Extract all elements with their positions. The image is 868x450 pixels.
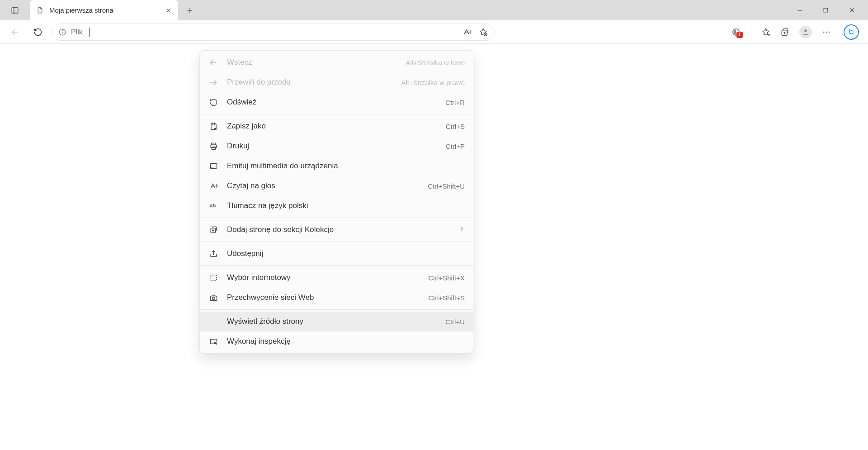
print-icon bbox=[208, 142, 219, 151]
read-aloud-icon bbox=[208, 182, 219, 190]
svg-point-13 bbox=[62, 30, 63, 31]
ctx-translate[interactable]: aあ Tłumacz na język polski bbox=[200, 196, 473, 216]
svg-rect-30 bbox=[212, 123, 215, 125]
text-cursor bbox=[89, 28, 90, 37]
tab-actions-button[interactable] bbox=[0, 0, 30, 20]
arrow-left-icon bbox=[208, 58, 219, 67]
extension-button[interactable]: 1 bbox=[731, 27, 741, 37]
page-icon bbox=[36, 6, 44, 14]
ctx-label: Odśwież bbox=[227, 98, 437, 107]
favorites-list-icon[interactable] bbox=[761, 28, 770, 37]
collections-icon bbox=[208, 226, 219, 234]
active-tab[interactable]: Moja pierwsza strona bbox=[30, 0, 178, 20]
ctx-label: Wykonaj inspekcję bbox=[227, 337, 465, 346]
svg-point-25 bbox=[823, 31, 825, 33]
ctx-accel: Ctrl+Shift+X bbox=[428, 274, 465, 282]
ctx-accel: Ctrl+S bbox=[446, 123, 465, 130]
more-icon[interactable] bbox=[822, 28, 831, 37]
ctx-collections[interactable]: Dodaj stronę do sekcji Kolekcje bbox=[200, 220, 473, 240]
ctx-accel: Ctrl+U bbox=[445, 318, 465, 326]
tabs-panel-icon bbox=[11, 6, 19, 14]
inspect-icon bbox=[208, 337, 219, 346]
separator bbox=[200, 309, 473, 310]
separator bbox=[200, 265, 473, 266]
ctx-label: Wybór internetowy bbox=[227, 273, 420, 282]
ctx-label: Dodaj stronę do sekcji Kolekcje bbox=[227, 225, 450, 234]
maximize-icon[interactable] bbox=[823, 7, 829, 13]
window-controls bbox=[784, 0, 868, 20]
ctx-inspect[interactable]: Wykonaj inspekcję bbox=[200, 332, 473, 351]
minimize-icon[interactable] bbox=[797, 7, 803, 14]
svg-rect-0 bbox=[12, 8, 18, 13]
toolbar-right: 1 bbox=[731, 24, 862, 40]
svg-point-42 bbox=[212, 297, 215, 299]
separator bbox=[200, 114, 473, 114]
ctx-label: Tłumacz na język polski bbox=[227, 201, 465, 210]
ctx-label: Zapisz jako bbox=[227, 122, 438, 131]
ctx-label: Wyświetl źródło strony bbox=[227, 317, 437, 326]
ctx-print[interactable]: Drukuj Ctrl+P bbox=[200, 136, 473, 156]
chevron-right-icon bbox=[458, 225, 465, 234]
ctx-accel: Ctrl+Shift+S bbox=[428, 294, 465, 302]
svg-text:aあ: aあ bbox=[210, 203, 216, 208]
collections-icon[interactable] bbox=[780, 28, 789, 37]
refresh-button[interactable] bbox=[29, 23, 47, 41]
separator bbox=[200, 218, 473, 218]
translate-icon: aあ bbox=[208, 202, 219, 210]
refresh-icon bbox=[208, 98, 219, 107]
svg-rect-40 bbox=[211, 275, 217, 281]
address-bar[interactable]: Plik bbox=[52, 24, 495, 41]
svg-rect-7 bbox=[824, 8, 828, 12]
favorite-icon[interactable] bbox=[479, 28, 488, 37]
ctx-label: Emituj multimedia do urządzenia bbox=[227, 161, 465, 171]
titlebar: Moja pierwsza strona bbox=[0, 0, 868, 20]
ctx-label: Wstecz bbox=[227, 58, 398, 67]
ctx-accel: Alt+Strzałka w lewo bbox=[406, 59, 465, 66]
back-button[interactable] bbox=[6, 23, 24, 41]
context-menu: Wstecz Alt+Strzałka w lewo Przewiń do pr… bbox=[199, 50, 473, 354]
ctx-refresh[interactable]: Odśwież Ctrl+R bbox=[200, 92, 473, 112]
ctx-label: Drukuj bbox=[227, 142, 438, 151]
url-text: Plik bbox=[71, 28, 83, 36]
separator bbox=[751, 27, 751, 38]
svg-rect-34 bbox=[210, 163, 217, 168]
bing-chat-icon[interactable] bbox=[844, 24, 859, 40]
ctx-label: Czytaj na głos bbox=[227, 181, 420, 190]
ctx-web-select[interactable]: Wybór internetowy Ctrl+Shift+X bbox=[200, 268, 473, 288]
ctx-view-source[interactable]: Wyświetl źródło strony Ctrl+U bbox=[200, 312, 473, 332]
toolbar: Plik 1 bbox=[0, 20, 868, 44]
web-capture-icon bbox=[208, 294, 219, 302]
ctx-label: Przechwycenie sieci Web bbox=[227, 293, 420, 302]
separator bbox=[200, 242, 473, 242]
ctx-accel: Ctrl+Shift+U bbox=[428, 182, 465, 190]
new-tab-button[interactable] bbox=[178, 0, 202, 20]
svg-point-27 bbox=[829, 31, 830, 33]
ctx-share[interactable]: Udostępnij bbox=[200, 244, 473, 264]
ctx-save-as[interactable]: Zapisz jako Ctrl+S bbox=[200, 116, 473, 136]
ctx-label: Przewiń do przodu bbox=[227, 78, 393, 87]
cast-icon bbox=[208, 162, 219, 171]
ctx-accel: Alt+Strzałka w prawo bbox=[401, 79, 465, 86]
share-icon bbox=[208, 250, 219, 258]
svg-point-24 bbox=[804, 29, 807, 32]
close-window-icon[interactable] bbox=[849, 7, 855, 14]
extension-badge: 1 bbox=[736, 32, 743, 38]
ctx-back: Wstecz Alt+Strzałka w lewo bbox=[200, 52, 473, 72]
arrow-right-icon bbox=[208, 78, 219, 87]
close-tab-icon[interactable] bbox=[165, 7, 172, 14]
ctx-label: Udostępnij bbox=[227, 249, 465, 258]
svg-rect-43 bbox=[210, 339, 217, 343]
ctx-web-capture[interactable]: Przechwycenie sieci Web Ctrl+Shift+S bbox=[200, 288, 473, 308]
save-icon bbox=[208, 122, 219, 131]
web-select-icon bbox=[208, 274, 219, 282]
svg-rect-41 bbox=[210, 296, 217, 300]
ctx-cast[interactable]: Emituj multimedia do urządzenia bbox=[200, 156, 473, 176]
svg-rect-33 bbox=[212, 147, 215, 150]
ctx-accel: Ctrl+P bbox=[446, 142, 465, 150]
ctx-read-aloud[interactable]: Czytaj na głos Ctrl+Shift+U bbox=[200, 176, 473, 196]
svg-point-26 bbox=[826, 31, 827, 33]
site-info-icon[interactable] bbox=[58, 28, 66, 36]
profile-avatar[interactable] bbox=[799, 26, 812, 38]
tab-title: Moja pierwsza strona bbox=[49, 6, 160, 14]
read-aloud-icon[interactable] bbox=[462, 28, 472, 37]
